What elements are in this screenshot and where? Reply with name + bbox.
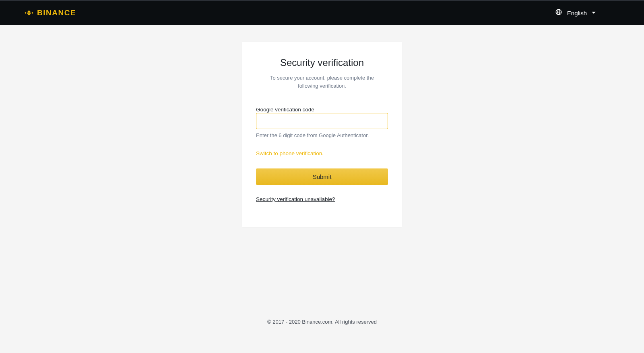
- globe-icon: [555, 8, 562, 17]
- submit-button[interactable]: Submit: [256, 168, 388, 185]
- card-subtitle: To secure your account, please complete …: [256, 74, 388, 90]
- code-hint: Enter the 6 digit code from Google Authe…: [256, 132, 388, 138]
- brand-logo[interactable]: BINANCE: [24, 8, 76, 18]
- header: BINANCE English: [0, 0, 644, 25]
- language-label: English: [567, 10, 587, 16]
- svg-rect-1: [31, 12, 33, 14]
- language-selector[interactable]: English: [555, 8, 620, 17]
- copyright-text: © 2017 - 2020 Binance.com. All rights re…: [267, 319, 377, 325]
- verification-card: Security verification To secure your acc…: [242, 42, 402, 227]
- verification-code-input[interactable]: [256, 113, 388, 129]
- card-title: Security verification: [256, 57, 388, 68]
- binance-logo-icon: [24, 8, 34, 18]
- brand-name: BINANCE: [37, 8, 76, 17]
- switch-phone-link[interactable]: Switch to phone verification.: [256, 150, 388, 156]
- main-content: Security verification To secure your acc…: [0, 25, 644, 227]
- unavailable-link[interactable]: Security verification unavailable?: [256, 196, 335, 202]
- code-field-label: Google verification code: [256, 107, 314, 113]
- svg-rect-0: [25, 12, 26, 14]
- footer: © 2017 - 2020 Binance.com. All rights re…: [0, 319, 644, 325]
- chevron-down-icon: [592, 9, 596, 16]
